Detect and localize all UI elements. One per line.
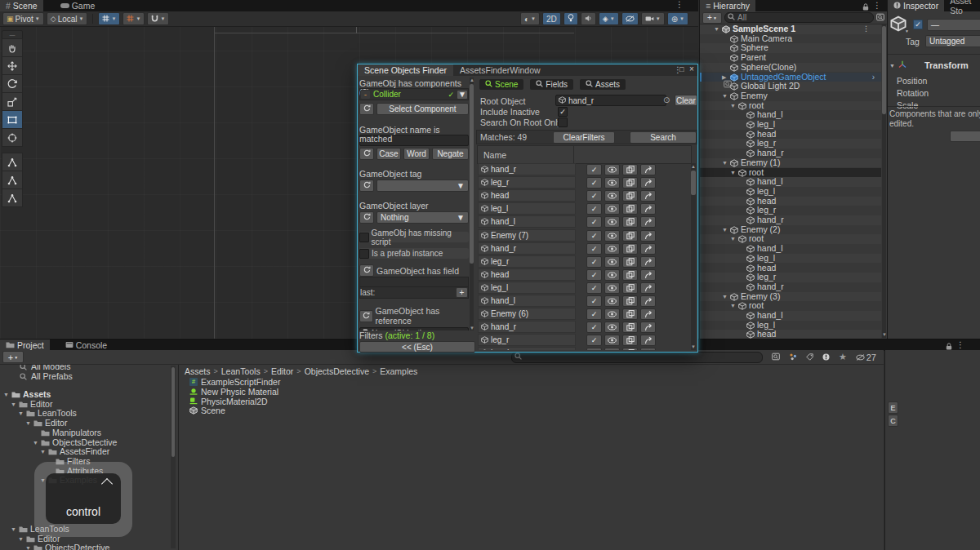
- result-row[interactable]: head✓: [477, 268, 690, 281]
- refresh-button[interactable]: [359, 103, 374, 115]
- filter-column-scrollbar[interactable]: ▲ ▼: [470, 78, 474, 330]
- hierarchy-item-head[interactable]: head: [700, 330, 881, 339]
- ping-eye-button[interactable]: [604, 256, 620, 268]
- ping-eye-button[interactable]: [604, 335, 620, 346]
- copy-button[interactable]: [622, 203, 638, 215]
- favorite-item-all-prefabs[interactable]: All Prefabs: [0, 372, 178, 382]
- search-root-only-checkbox[interactable]: [558, 118, 568, 127]
- hierarchy-item-hand-l[interactable]: hand_l: [700, 244, 881, 254]
- tab-scene-search[interactable]: Scene: [479, 79, 523, 90]
- result-name-cell[interactable]: hand_l: [478, 215, 576, 228]
- hierarchy-item-root[interactable]: ▼root: [700, 234, 881, 244]
- hierarchy-item-samplescene-1[interactable]: ▼SampleScene 1⋮: [700, 24, 881, 34]
- result-row[interactable]: hand_r✓: [477, 321, 690, 333]
- jump-arrow-button[interactable]: [640, 203, 656, 215]
- select-check-button[interactable]: ✓: [586, 348, 602, 350]
- copy-button[interactable]: [622, 269, 638, 281]
- tab-game[interactable]: Game: [55, 0, 101, 11]
- copy-button[interactable]: [622, 177, 638, 189]
- result-name-cell[interactable]: head: [478, 268, 576, 281]
- foldout-open-icon[interactable]: ▼: [730, 170, 736, 175]
- hierarchy-item-root[interactable]: ▼root: [700, 301, 881, 311]
- foldout-open-icon[interactable]: ▼: [730, 303, 736, 308]
- select-check-button[interactable]: ✓: [586, 243, 602, 255]
- hidden-packages-indicator[interactable]: 27: [856, 353, 876, 362]
- foldout-arrow-icon[interactable]: ▼: [889, 63, 895, 69]
- foldout-open-icon[interactable]: ▼: [33, 440, 38, 446]
- rotate-tool-button[interactable]: [2, 74, 23, 93]
- magnet-snap-button[interactable]: ▼: [147, 12, 169, 25]
- result-name-cell[interactable]: leg_r: [478, 176, 576, 189]
- jump-arrow-button[interactable]: [640, 335, 656, 346]
- result-name-cell[interactable]: head: [478, 347, 576, 350]
- result-name-cell[interactable]: leg_l: [478, 282, 576, 294]
- maximize-icon[interactable]: □: [679, 65, 684, 73]
- folder-item-leantools[interactable]: ▼LeanTools: [0, 409, 178, 419]
- move-tool-button[interactable]: [2, 56, 23, 75]
- dock-icon[interactable]: [724, 80, 732, 90]
- hierarchy-item-sphere-clone-[interactable]: Sphere(Clone): [700, 63, 881, 73]
- select-check-button[interactable]: ✓: [586, 308, 602, 320]
- jump-arrow-button[interactable]: [640, 177, 656, 189]
- result-row[interactable]: head✓: [477, 189, 690, 202]
- hierarchy-item-leg-l[interactable]: leg_l: [700, 254, 881, 264]
- prefab-open-chevron-icon[interactable]: ›: [872, 73, 875, 82]
- jump-arrow-button[interactable]: [640, 295, 656, 307]
- breadcrumb-item-editor[interactable]: Editor: [271, 366, 293, 376]
- hierarchy-item-leg-r[interactable]: leg_r: [700, 206, 881, 215]
- hand-tool-button[interactable]: [2, 38, 23, 57]
- copy-button[interactable]: [622, 308, 638, 320]
- layer-filter-dropdown[interactable]: Nothing▼: [376, 211, 469, 224]
- foldout-open-icon[interactable]: ▼: [18, 410, 24, 416]
- result-name-cell[interactable]: hand_r: [478, 321, 576, 333]
- result-row[interactable]: leg_r✓: [477, 334, 690, 346]
- favorite-star-icon[interactable]: ★: [839, 352, 847, 362]
- select-check-button[interactable]: ✓: [586, 282, 602, 294]
- active-checkbox[interactable]: ✓: [913, 20, 923, 29]
- remove-component-button[interactable]: -: [360, 90, 371, 100]
- copy-button[interactable]: [622, 335, 638, 346]
- ping-eye-button[interactable]: [604, 190, 620, 202]
- clear-root-button[interactable]: Clear: [675, 95, 697, 106]
- object-picker-icon[interactable]: ⊙: [663, 95, 670, 104]
- refresh-button[interactable]: [359, 148, 374, 160]
- tab-assets-search[interactable]: Assets: [580, 79, 626, 90]
- hierarchy-item-main-camera[interactable]: Main Camera: [700, 34, 881, 44]
- tab-console[interactable]: Console: [60, 339, 114, 351]
- foldout-open-icon[interactable]: ▼: [25, 545, 31, 550]
- hierarchy-item-leg-r[interactable]: leg_r: [700, 139, 881, 149]
- hierarchy-item-hand-l[interactable]: hand_l: [700, 177, 881, 187]
- refresh-button[interactable]: [359, 264, 374, 277]
- select-check-button[interactable]: ✓: [586, 203, 602, 215]
- results-scrollbar[interactable]: ▲ ▼: [691, 163, 696, 350]
- result-row[interactable]: hand_l✓: [477, 215, 690, 228]
- hierarchy-item-hand-r[interactable]: hand_r: [700, 149, 881, 158]
- camera-settings-button[interactable]: ▼: [641, 12, 665, 25]
- select-check-button[interactable]: ✓: [586, 177, 602, 189]
- increment-snap-button[interactable]: ▼: [122, 12, 145, 25]
- name-column-header[interactable]: Name: [483, 150, 506, 160]
- tab-project[interactable]: Project: [0, 339, 50, 351]
- copy-button[interactable]: [622, 230, 638, 242]
- hierarchy-scrollbar[interactable]: ▼: [882, 24, 886, 338]
- result-row[interactable]: leg_l✓: [477, 282, 690, 294]
- hierarchy-menu-icon[interactable]: ⋮: [871, 1, 884, 10]
- breadcrumb-item-examples[interactable]: Examples: [380, 366, 417, 376]
- foldout-open-icon[interactable]: ▼: [3, 392, 9, 397]
- jump-arrow-button[interactable]: [640, 308, 656, 320]
- tab-hierarchy[interactable]: ≡ Hierarchy: [700, 0, 755, 11]
- tab-scene[interactable]: # Scene: [0, 0, 43, 11]
- jump-arrow-button[interactable]: [640, 230, 656, 242]
- copy-button[interactable]: [622, 243, 638, 255]
- select-check-button[interactable]: ✓: [586, 216, 602, 228]
- scene-panel-menu-icon[interactable]: ⋮: [673, 0, 686, 11]
- ping-eye-button[interactable]: [604, 216, 620, 228]
- hierarchy-item-root[interactable]: ▼root: [700, 101, 881, 111]
- foldout-open-icon[interactable]: ▼: [730, 103, 736, 109]
- jump-arrow-button[interactable]: [640, 216, 656, 228]
- result-row[interactable]: Enemy (7)✓: [477, 229, 690, 242]
- tab-fields-search[interactable]: Fields: [530, 79, 573, 90]
- result-row[interactable]: hand_l✓: [477, 295, 690, 307]
- select-check-button[interactable]: ✓: [586, 164, 602, 175]
- case-toggle-button[interactable]: Case: [376, 148, 401, 160]
